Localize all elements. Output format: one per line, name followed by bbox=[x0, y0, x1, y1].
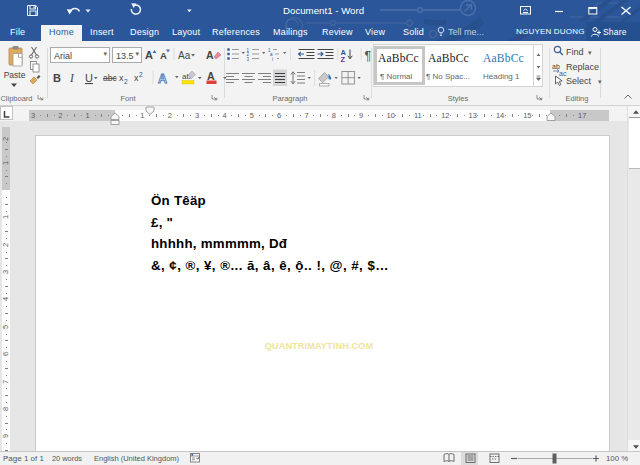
svg-text:A: A bbox=[207, 70, 215, 82]
svg-text:I: I bbox=[69, 72, 75, 84]
svg-text:B: B bbox=[53, 72, 61, 84]
svg-text:Aa: Aa bbox=[178, 50, 191, 61]
svg-text:A: A bbox=[160, 50, 167, 61]
svg-text:2: 2 bbox=[139, 71, 143, 78]
svg-text:ab: ab bbox=[552, 63, 560, 70]
svg-text:3: 3 bbox=[247, 57, 250, 62]
svg-text:A: A bbox=[158, 72, 167, 86]
svg-text:U: U bbox=[85, 72, 93, 84]
svg-text:2: 2 bbox=[124, 78, 128, 85]
svg-text:¶: ¶ bbox=[365, 49, 372, 63]
svg-text:A: A bbox=[206, 49, 214, 61]
svg-text:abc: abc bbox=[103, 73, 117, 83]
svg-text:Z: Z bbox=[341, 55, 346, 64]
svg-text:i: i bbox=[272, 57, 273, 62]
svg-text:A: A bbox=[145, 49, 153, 61]
